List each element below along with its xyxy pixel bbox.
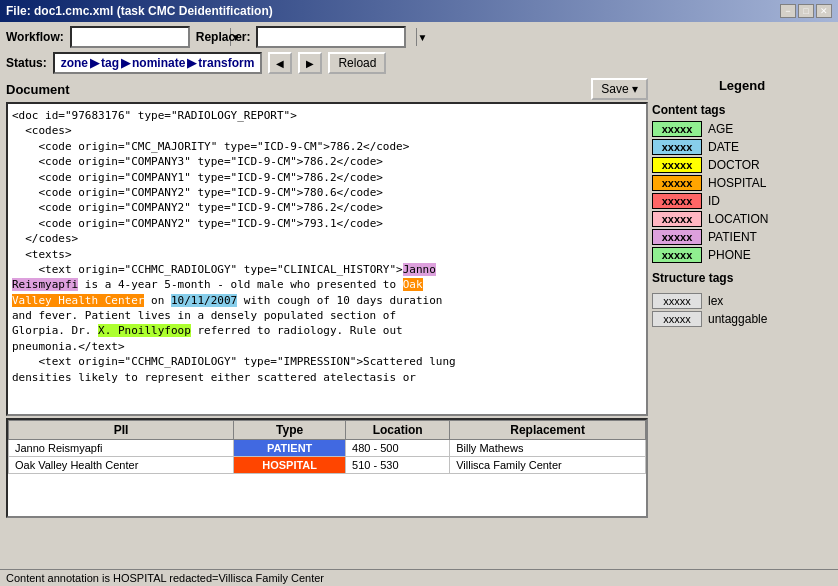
status-label: Status: <box>6 56 47 70</box>
bottom-status: Content annotation is HOSPITAL redacted=… <box>0 569 838 586</box>
pipeline-arrow-2: ▶ <box>121 56 130 70</box>
legend-title: Legend <box>652 78 832 93</box>
phone-label: PHONE <box>708 248 751 262</box>
date-label: DATE <box>708 140 739 154</box>
pii-value-1: Janno Reismyapfi <box>9 440 234 457</box>
pii-table: PII Type Location Replacement Janno Reis… <box>8 420 646 474</box>
legend-item-hospital: xxxxx HOSPITAL <box>652 175 832 191</box>
window-title: File: doc1.cmc.xml (task CMC Deidentific… <box>6 4 273 18</box>
document-panel: Document Save ▾ <doc id="97683176" type=… <box>6 78 648 518</box>
legend-items: xxxxx AGE xxxxx DATE xxxxx DOCTOR xxxxx … <box>652 121 832 263</box>
age-tag: xxxxx <box>652 121 702 137</box>
struct-items: xxxxx lex xxxxx untaggable <box>652 293 832 327</box>
col-location: Location <box>346 421 450 440</box>
untaggable-tag: xxxxx <box>652 311 702 327</box>
window-body: Workflow: Demo ▼ Replacer: clear --> cle… <box>0 22 838 522</box>
legend-item-date: xxxxx DATE <box>652 139 832 155</box>
status-row: Status: zone ▶ tag ▶ nominate ▶ transfor… <box>6 52 832 74</box>
col-type: Type <box>234 421 346 440</box>
pipeline-tag: tag <box>101 56 119 70</box>
pipeline-zone: zone <box>61 56 88 70</box>
location-tag: xxxxx <box>652 211 702 227</box>
close-button[interactable]: ✕ <box>816 4 832 18</box>
document-title: Document <box>6 82 70 97</box>
col-replacement: Replacement <box>450 421 646 440</box>
pipeline-transform: transform <box>198 56 254 70</box>
doctor-tag: xxxxx <box>652 157 702 173</box>
replacer-combo[interactable]: clear --> clear ▼ <box>256 26 406 48</box>
table-row[interactable]: Janno Reismyapfi PATIENT 480 - 500 Billy… <box>9 440 646 457</box>
hospital-tag: xxxxx <box>652 175 702 191</box>
patient-label: PATIENT <box>708 230 757 244</box>
xml-text: <doc id="97683176" type="RADIOLOGY_REPOR… <box>12 108 642 385</box>
pipeline-arrow-3: ▶ <box>187 56 196 70</box>
status-text: Content annotation is HOSPITAL redacted=… <box>6 572 324 584</box>
date-tag: xxxxx <box>652 139 702 155</box>
workflow-label: Workflow: <box>6 30 64 44</box>
location-value-2: 510 - 530 <box>346 457 450 474</box>
replacement-value-2: Villisca Family Center <box>450 457 646 474</box>
phone-tag: xxxxx <box>652 247 702 263</box>
doctor-label: DOCTOR <box>708 158 760 172</box>
pipeline-nominate: nominate <box>132 56 185 70</box>
title-bar-buttons: − □ ✕ <box>780 4 832 18</box>
table-row[interactable]: Oak Valley Health Center HOSPITAL 510 - … <box>9 457 646 474</box>
legend-item-id: xxxxx ID <box>652 193 832 209</box>
legend-item-patient: xxxxx PATIENT <box>652 229 832 245</box>
hospital-label: HOSPITAL <box>708 176 766 190</box>
replacer-label: Replacer: <box>196 30 251 44</box>
reload-button[interactable]: Reload <box>328 52 386 74</box>
patient-tag: xxxxx <box>652 229 702 245</box>
pii-table-container[interactable]: PII Type Location Replacement Janno Reis… <box>6 418 648 518</box>
legend-item-location: xxxxx LOCATION <box>652 211 832 227</box>
document-header: Document Save ▾ <box>6 78 648 100</box>
id-label: ID <box>708 194 720 208</box>
location-value-1: 480 - 500 <box>346 440 450 457</box>
replacer-input[interactable]: clear --> clear <box>258 30 416 44</box>
id-tag: xxxxx <box>652 193 702 209</box>
main-content: Document Save ▾ <doc id="97683176" type=… <box>6 78 832 518</box>
struct-item-untaggable: xxxxx untaggable <box>652 311 832 327</box>
untaggable-label: untaggable <box>708 312 767 326</box>
replacer-arrow[interactable]: ▼ <box>416 28 427 46</box>
legend-panel: Legend Content tags xxxxx AGE xxxxx DATE… <box>652 78 832 518</box>
maximize-button[interactable]: □ <box>798 4 814 18</box>
type-value-1: PATIENT <box>234 440 346 457</box>
legend-item-phone: xxxxx PHONE <box>652 247 832 263</box>
pipeline-arrow-1: ▶ <box>90 56 99 70</box>
structure-tags-title: Structure tags <box>652 271 832 285</box>
age-label: AGE <box>708 122 733 136</box>
replacement-value-1: Billy Mathews <box>450 440 646 457</box>
lex-label: lex <box>708 294 723 308</box>
title-bar: File: doc1.cmc.xml (task CMC Deidentific… <box>0 0 838 22</box>
lex-tag: xxxxx <box>652 293 702 309</box>
pii-value-2: Oak Valley Health Center <box>9 457 234 474</box>
type-value-2: HOSPITAL <box>234 457 346 474</box>
nav-forward-button[interactable]: ▶ <box>298 52 322 74</box>
xml-content-area[interactable]: <doc id="97683176" type="RADIOLOGY_REPOR… <box>6 102 648 416</box>
content-tags-title: Content tags <box>652 103 832 117</box>
save-button[interactable]: Save ▾ <box>591 78 648 100</box>
location-label: LOCATION <box>708 212 768 226</box>
status-pipeline: zone ▶ tag ▶ nominate ▶ transform <box>53 52 263 74</box>
toolbar-row: Workflow: Demo ▼ Replacer: clear --> cle… <box>6 26 832 48</box>
nav-back-button[interactable]: ◀ <box>268 52 292 74</box>
legend-item-doctor: xxxxx DOCTOR <box>652 157 832 173</box>
col-pii: PII <box>9 421 234 440</box>
workflow-combo[interactable]: Demo ▼ <box>70 26 190 48</box>
legend-item-age: xxxxx AGE <box>652 121 832 137</box>
struct-item-lex: xxxxx lex <box>652 293 832 309</box>
minimize-button[interactable]: − <box>780 4 796 18</box>
